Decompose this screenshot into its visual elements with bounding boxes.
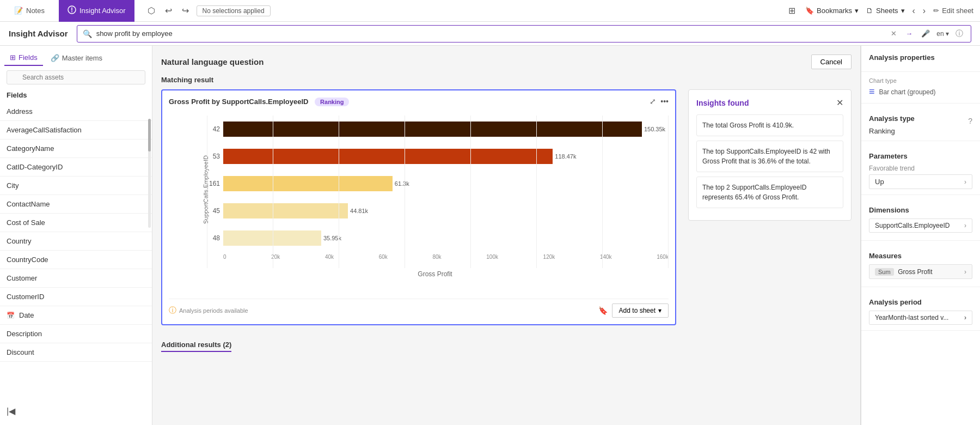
calendar-icon: 📅 <box>7 312 15 319</box>
microphone-icon[interactable]: 🎤 <box>919 27 932 40</box>
search-bar[interactable]: 🔍 ✕ → 🎤 en ▾ ⓘ <box>77 25 971 42</box>
edit-sheet-button[interactable]: ✏ Edit sheet <box>933 7 973 15</box>
dimension-value: SupportCalls.EmployeeID <box>875 222 950 229</box>
grid-line <box>470 116 471 268</box>
no-selections-badge: No selections applied <box>197 5 271 16</box>
analysis-periods-text: Analysis periods available <box>179 307 248 314</box>
dimension-chevron-icon: › <box>964 222 966 229</box>
chart-type-value: Bar chart (grouped) <box>879 88 936 96</box>
close-insights-button[interactable]: ✕ <box>836 98 843 108</box>
sidebar-item-country[interactable]: Country <box>0 232 152 251</box>
bar-chart-type-icon: ≡ <box>869 86 875 98</box>
redo-icon[interactable]: ↪ <box>180 3 191 18</box>
clear-search-icon[interactable]: ✕ <box>889 27 899 40</box>
analysis-type-title: Analysis type <box>869 114 915 123</box>
insight-item-0: The total Gross Profit is 410.9k. <box>696 114 843 136</box>
top-bar-left: 📝 Notes Insight Advisor ⬡ ↩ ↪ No selecti… <box>7 0 271 22</box>
insight-advisor-title: Insight Advisor <box>9 29 68 38</box>
sidebar-list: Address AverageCallSatisfaction Category… <box>0 102 152 402</box>
bookmarks-button[interactable]: 🔖 Bookmarks ▾ <box>805 7 859 15</box>
favorable-trend-row[interactable]: Up › <box>869 174 972 189</box>
sidebar-item-label: Discount <box>7 348 34 356</box>
analysis-type-value: Ranking <box>869 127 895 135</box>
cancel-button[interactable]: Cancel <box>811 54 852 69</box>
top-bar: 📝 Notes Insight Advisor ⬡ ↩ ↪ No selecti… <box>0 0 980 22</box>
analysis-type-header: Analysis type ? <box>869 114 972 127</box>
tab-notes[interactable]: 📝 Notes <box>7 0 52 22</box>
additional-results-label: Additional results (2) <box>161 336 231 352</box>
add-to-sheet-button[interactable]: Add to sheet ▾ <box>612 303 669 318</box>
notes-icon: 📝 <box>14 7 23 15</box>
analysis-period-chevron-icon: › <box>964 314 966 321</box>
search-submit-icon[interactable]: → <box>903 27 915 40</box>
language-selector[interactable]: en ▾ <box>936 30 949 38</box>
sheets-icon: 🗋 <box>866 7 873 15</box>
search-bar-icons: ✕ → 🎤 en ▾ ⓘ <box>889 27 965 41</box>
measures-section: Measures Sum Gross Profit › <box>861 246 980 287</box>
bookmarks-label: Bookmarks <box>817 7 852 15</box>
nlq-title-text: Natural language question <box>161 57 264 66</box>
bookmark-chart-icon[interactable]: 🔖 <box>598 306 608 315</box>
sidebar-item-contact-name[interactable]: ContactName <box>0 195 152 214</box>
grid-line <box>339 116 339 268</box>
help-icon[interactable]: ? <box>968 117 972 125</box>
bar-chart: SupportCalls.EmployeeID <box>169 110 669 294</box>
nav-prev-button[interactable]: ‹ <box>912 6 915 16</box>
sidebar-item-avg-call[interactable]: AverageCallSatisfaction <box>0 121 152 139</box>
tab-insight[interactable]: Insight Advisor <box>59 0 134 22</box>
sidebar-item-label: City <box>7 181 19 190</box>
sidebar-item-description[interactable]: Description <box>0 325 152 343</box>
insight-text-1: The top SupportCalls.EmployeeID is 42 wi… <box>702 148 830 165</box>
search-icon: 🔍 <box>83 29 92 38</box>
grid-line <box>207 116 207 268</box>
bookmark-icon: 🔖 <box>805 7 814 15</box>
sidebar-item-category-name[interactable]: CategoryName <box>0 139 152 158</box>
more-options-icon[interactable]: ••• <box>660 97 669 106</box>
sheets-button[interactable]: 🗋 Sheets ▾ <box>866 7 904 15</box>
favorable-trend-chevron-icon: › <box>964 178 966 186</box>
search-input[interactable] <box>96 29 885 38</box>
sidebar-item-city[interactable]: City <box>0 177 152 195</box>
sidebar-tab-fields[interactable]: ⊞ Fields <box>4 50 43 66</box>
sidebar-item-label: AverageCallSatisfaction <box>7 126 82 134</box>
matching-result-label: Matching result <box>161 76 852 84</box>
sidebar-item-country-code[interactable]: CountryCode <box>0 251 152 269</box>
search-assets-input[interactable] <box>7 70 145 84</box>
insight-text-0: The total Gross Profit is 410.9k. <box>702 122 794 129</box>
add-to-sheet-label: Add to sheet <box>619 307 656 314</box>
sheets-chevron-icon: ▾ <box>901 7 905 15</box>
sidebar-tab-master-items[interactable]: 🔗 Master items <box>45 50 108 66</box>
nav-next-button[interactable]: › <box>923 6 926 16</box>
grid-line <box>536 116 537 268</box>
sidebar-item-address[interactable]: Address <box>0 102 152 121</box>
sidebar-item-cost-of-sale[interactable]: Cost of Sale <box>0 214 152 232</box>
analysis-periods: ⓘ Analysis periods available <box>169 306 248 315</box>
snapshot-icon[interactable]: ⬡ <box>145 3 157 18</box>
dimensions-section: Dimensions SupportCalls.EmployeeID › <box>861 201 980 241</box>
grid-line <box>668 116 669 268</box>
chart-icons: ⤢ ••• <box>650 97 669 106</box>
grid-icon[interactable]: ⊞ <box>786 3 798 18</box>
info-icon[interactable]: ⓘ <box>953 27 965 41</box>
parameters-section: Parameters Favorable trend Up › <box>861 147 980 195</box>
sidebar-scrollbar[interactable] <box>148 119 151 228</box>
sidebar-item-customer-id[interactable]: CustomerID <box>0 288 152 306</box>
grid-line <box>405 116 405 268</box>
sidebar-item-discount[interactable]: Discount <box>0 343 152 362</box>
chart-card-header: Gross Profit by SupportCalls.EmployeeID … <box>169 97 669 106</box>
sidebar-item-customer[interactable]: Customer <box>0 269 152 288</box>
expand-chart-icon[interactable]: ⤢ <box>650 97 656 106</box>
undo-icon[interactable]: ↩ <box>163 3 174 18</box>
analysis-period-title: Analysis period <box>869 298 972 306</box>
measures-title: Measures <box>869 252 972 260</box>
insight-text-2: The top 2 SupportCalls.EmployeeID repres… <box>702 184 806 201</box>
dimensions-title: Dimensions <box>869 206 972 214</box>
insight-icon <box>68 5 76 16</box>
right-panel: Analysis properties Chart type ≡ Bar cha… <box>860 46 980 425</box>
analysis-period-row[interactable]: YearMonth-last sorted v... › <box>869 311 972 325</box>
measure-row[interactable]: Sum Gross Profit › <box>869 264 972 279</box>
sidebar-item-date[interactable]: 📅 Date <box>0 306 152 325</box>
dimension-row[interactable]: SupportCalls.EmployeeID › <box>869 218 972 233</box>
sidebar-item-catid[interactable]: CatID-CategoryID <box>0 158 152 177</box>
collapse-sidebar-button[interactable]: |◀ <box>0 402 22 421</box>
